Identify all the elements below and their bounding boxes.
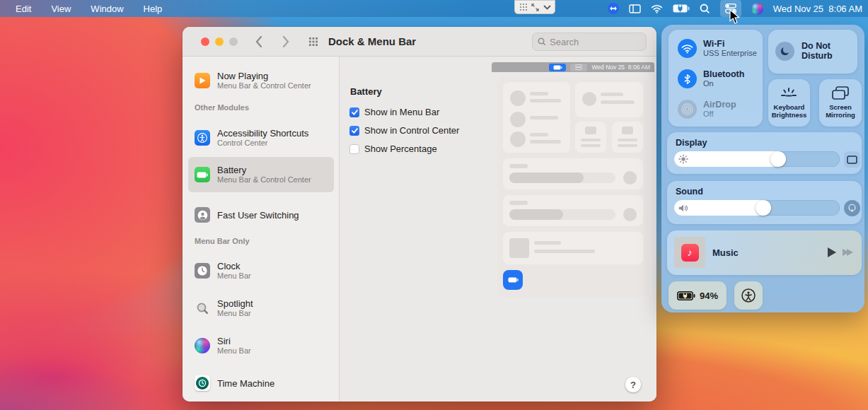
bluetooth-toggle[interactable]: Bluetooth On	[678, 69, 757, 88]
chevron-down-icon	[543, 5, 551, 10]
skeleton-circle	[582, 92, 596, 106]
item-title: Time Machine	[217, 378, 274, 389]
sidebar-item-fast-user-switching[interactable]: Fast User Switching	[188, 201, 334, 229]
do-not-disturb-card[interactable]: Do Not Disturb	[768, 30, 857, 74]
keyboard-brightness-icon	[780, 87, 797, 102]
wifi-icon[interactable]	[651, 0, 663, 17]
fast-forward-icon[interactable]	[843, 249, 853, 256]
wifi-toggle[interactable]: Wi-Fi USS Enterprise	[678, 39, 757, 58]
accessibility-shortcuts-module[interactable]	[734, 281, 763, 310]
spotlight-icon[interactable]	[700, 0, 710, 17]
section-header-other-modules: Other Modules	[195, 103, 249, 112]
screen-mirroring-icon	[831, 86, 850, 104]
preview-card-display	[503, 158, 643, 189]
menu-help[interactable]: Help	[135, 2, 171, 16]
skeleton-fill	[509, 209, 563, 220]
menu-view[interactable]: View	[42, 2, 79, 16]
sidebar-item-spotlight[interactable]: Spotlight Menu Bar	[188, 294, 334, 322]
skeleton-circle	[510, 90, 526, 106]
skeleton-circle	[623, 171, 637, 184]
screen-control-widget[interactable]	[514, 0, 555, 14]
preview-card-music	[503, 232, 643, 264]
sidebar-item-accessibility-shortcuts[interactable]: Accessibility Shortcuts Control Center	[188, 124, 334, 152]
checkbox-checked-icon[interactable]	[349, 107, 359, 117]
chevron-right-icon	[282, 36, 289, 47]
sidebar-item-time-machine[interactable]: Time Machine	[188, 369, 334, 397]
sun-icon	[678, 154, 688, 167]
preview-card-small	[575, 122, 606, 153]
forward-button[interactable]	[277, 34, 294, 49]
slider-knob[interactable]	[770, 151, 786, 167]
siri-icon[interactable]	[751, 3, 763, 15]
slider-fill	[674, 151, 778, 167]
skeleton-square	[509, 238, 529, 258]
skeleton-line	[509, 164, 528, 168]
sidebar-item-clock[interactable]: Clock Menu Bar	[188, 257, 334, 285]
battery-charging-icon	[677, 291, 695, 300]
skeleton-line	[601, 93, 623, 96]
clock-item-icon	[195, 263, 210, 279]
item-title: Fast User Switching	[217, 210, 299, 221]
display-mirroring-button[interactable]	[844, 151, 860, 168]
skeleton-line	[530, 140, 561, 144]
search-input[interactable]	[550, 37, 631, 47]
checkbox-label: Show in Menu Bar	[364, 107, 439, 117]
time-machine-icon	[195, 375, 210, 391]
skeleton-line	[530, 133, 548, 136]
slider-knob[interactable]	[756, 200, 771, 216]
battery-preview: Wed Nov 25 8:06 AM	[492, 62, 654, 303]
battery-item-icon	[195, 167, 210, 182]
airdrop-title: AirDrop	[703, 100, 736, 110]
preview-card-network	[503, 82, 570, 153]
airdrop-toggle[interactable]: AirDrop Off	[678, 100, 757, 119]
checkbox-unchecked-icon[interactable]	[349, 144, 359, 154]
item-subtitle: Menu Bar & Control Center	[217, 175, 311, 184]
wifi-subtitle: USS Enterprise	[703, 49, 757, 58]
title-bar[interactable]: Dock & Menu Bar	[183, 27, 656, 57]
keyboard-brightness-card[interactable]: Keyboard Brightness	[768, 79, 810, 127]
sound-volume-slider[interactable]	[674, 200, 840, 216]
play-icon[interactable]	[828, 247, 836, 257]
sidebar-item-now-playing[interactable]: Now Playing Menu Bar & Control Center	[188, 66, 334, 95]
bluetooth-icon[interactable]	[678, 69, 697, 88]
airdrop-icon[interactable]	[678, 100, 697, 119]
checkbox-checked-icon[interactable]	[349, 126, 359, 136]
zoom-button[interactable]	[229, 37, 238, 46]
screen-mirroring-card[interactable]: Screen Mirroring	[819, 79, 862, 127]
help-button[interactable]: ?	[625, 377, 641, 392]
menu-window[interactable]: Window	[82, 2, 132, 16]
preview-card-small	[612, 122, 643, 153]
preview-control-center-pill	[570, 64, 587, 71]
sidebar: Now Playing Menu Bar & Control Center Ot…	[183, 57, 340, 402]
close-button[interactable]	[201, 37, 209, 46]
window-switcher-icon[interactable]	[629, 0, 641, 17]
checkbox-show-in-menu-bar[interactable]: Show in Menu Bar	[349, 107, 439, 117]
menu-edit[interactable]: Edit	[7, 2, 40, 16]
wifi-icon[interactable]	[678, 39, 697, 58]
sidebar-item-battery[interactable]: Battery Menu Bar & Control Center	[188, 157, 334, 192]
grid-dots-icon	[519, 3, 528, 11]
display-brightness-slider[interactable]	[674, 151, 840, 167]
connectivity-card: Wi-Fi USS Enterprise Bluetooth On AirDro…	[669, 30, 763, 127]
battery-pane: Battery Show in Menu Bar Show in Control…	[340, 57, 656, 402]
sound-title: Sound	[676, 187, 703, 197]
teamviewer-icon[interactable]	[608, 3, 619, 14]
show-all-grid-icon[interactable]	[308, 37, 318, 47]
checkbox-label: Show Percentage	[364, 144, 437, 154]
bluetooth-subtitle: On	[703, 79, 744, 88]
item-title: Siri	[217, 336, 251, 346]
checkbox-show-percentage[interactable]: Show Percentage	[349, 144, 437, 154]
minimize-button[interactable]	[215, 37, 224, 46]
menu-bar-clock[interactable]: Wed Nov 25 8:06 AM	[773, 4, 862, 14]
music-card[interactable]: ♪ Music	[667, 230, 862, 275]
chevron-left-icon	[255, 36, 262, 47]
item-subtitle: Menu Bar	[217, 309, 253, 318]
checkbox-label: Show in Control Center	[364, 125, 459, 136]
battery-status-module[interactable]: 94%	[669, 281, 727, 310]
checkbox-show-in-control-center[interactable]: Show in Control Center	[349, 125, 459, 136]
airplay-audio-button[interactable]	[844, 200, 860, 216]
battery-charging-icon[interactable]	[673, 0, 690, 17]
sidebar-item-siri[interactable]: Siri Menu Bar	[188, 332, 334, 360]
search-field[interactable]	[532, 33, 647, 51]
back-button[interactable]	[250, 34, 267, 49]
